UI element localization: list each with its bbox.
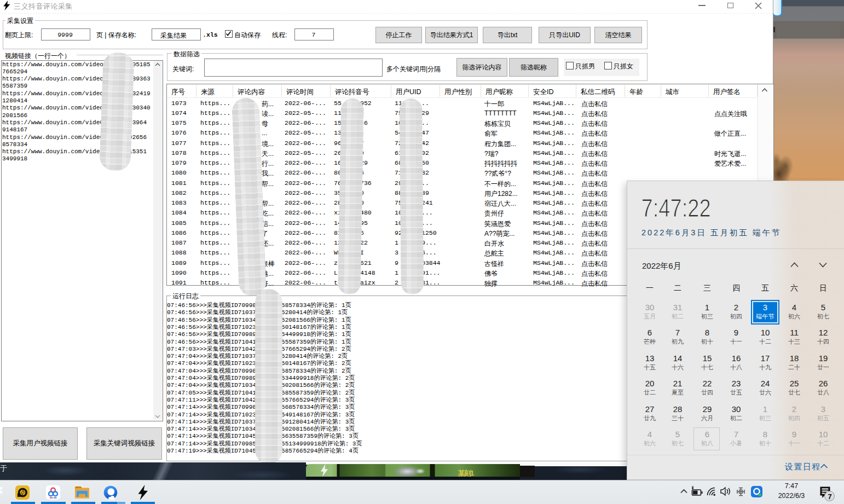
svg-text:7:47:22: 7:47:22 (641, 194, 711, 222)
